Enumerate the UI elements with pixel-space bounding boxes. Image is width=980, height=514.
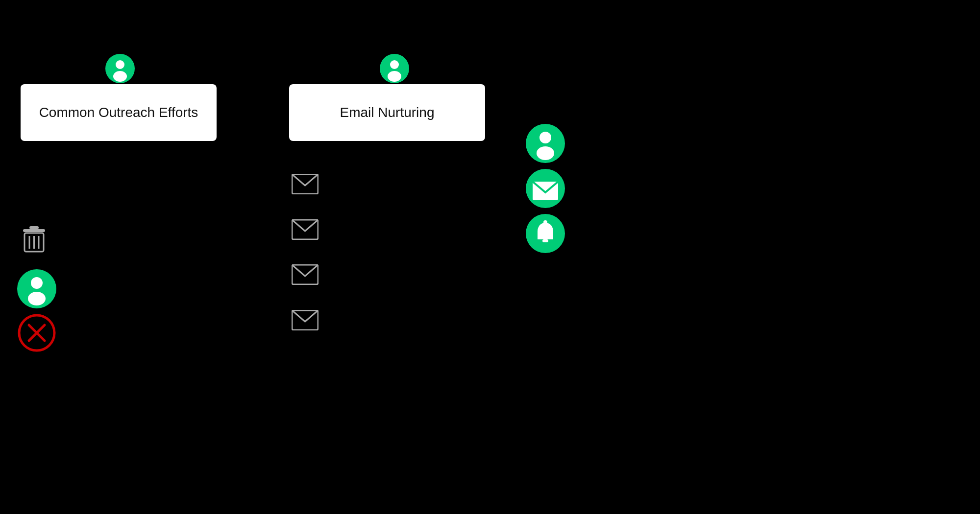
svg-rect-7 xyxy=(29,226,39,229)
svg-point-29 xyxy=(543,220,547,224)
svg-rect-28 xyxy=(542,239,548,242)
email-nurturing-card: Email Nurturing xyxy=(289,84,485,141)
person-green-circle-right[interactable] xyxy=(526,124,565,165)
person-green-circle-left[interactable] xyxy=(17,269,56,310)
svg-point-1 xyxy=(116,60,124,69)
svg-point-23 xyxy=(539,132,551,143)
svg-rect-6 xyxy=(23,229,45,232)
email-nurturing-label: Email Nurturing xyxy=(340,105,435,120)
trash-icon[interactable] xyxy=(21,225,48,257)
svg-point-14 xyxy=(28,292,46,305)
person-icon-common-outreach xyxy=(105,54,135,85)
svg-point-2 xyxy=(113,71,127,82)
envelope-step-4 xyxy=(292,310,318,332)
envelope-green-circle-right[interactable] xyxy=(526,169,565,210)
svg-point-4 xyxy=(390,60,399,69)
common-outreach-card: Common Outreach Efforts xyxy=(21,84,217,141)
bell-green-circle-right[interactable] xyxy=(526,214,565,255)
envelope-step-2 xyxy=(292,219,318,242)
person-icon-email-nurturing xyxy=(380,54,409,85)
svg-point-24 xyxy=(537,146,554,160)
svg-point-5 xyxy=(388,71,401,82)
envelope-step-3 xyxy=(292,264,318,287)
cross-red-circle-left[interactable] xyxy=(17,313,56,354)
common-outreach-label: Common Outreach Efforts xyxy=(39,105,198,120)
svg-point-13 xyxy=(31,277,43,289)
envelope-step-1 xyxy=(292,174,318,196)
